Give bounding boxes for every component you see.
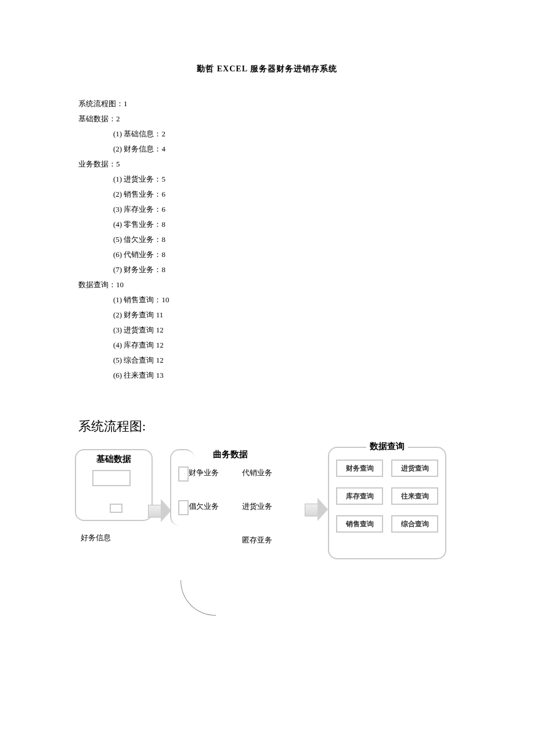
placeholder-box — [178, 500, 189, 515]
panel-data-query: 数据查询 财务查询 进货查询 库存查询 往来查询 销售查询 综合查询 — [328, 447, 446, 559]
toc-subitem: (4) 零售业务：8 — [113, 217, 456, 232]
toc-subitem: (1) 销售查询：10 — [113, 292, 456, 308]
diagram-label: 倡欠业务 — [189, 501, 219, 512]
arrow-icon — [148, 499, 171, 522]
query-button: 综合查询 — [391, 515, 438, 533]
toc-subitem: (5) 综合查询 12 — [113, 353, 456, 368]
toc-item: 系统流程图：1 — [78, 96, 456, 111]
panel-title: 曲务数据 — [213, 449, 248, 460]
document-page: 勤哲 EXCEL 服务器财务进销存系统 系统流程图：1 基础数据：2 (1) 基… — [0, 0, 534, 667]
curve-icon — [181, 580, 216, 616]
placeholder-box — [92, 470, 131, 486]
toc-subitem: (7) 财务业务：8 — [113, 262, 456, 277]
toc-item: 业务数据：5 — [78, 157, 456, 172]
toc-subitem: (2) 财务查询 11 — [113, 308, 456, 323]
toc-subitem: (5) 借欠业务：8 — [113, 232, 456, 247]
query-button: 往来查询 — [391, 487, 438, 505]
document-title: 勤哲 EXCEL 服务器财务进销存系统 — [78, 64, 456, 74]
placeholder-box — [178, 466, 189, 482]
diagram-label: 财争业务 — [189, 468, 219, 478]
diagram-label: 代销业务 — [242, 468, 272, 478]
diagram-label: 匿存亚务 — [242, 535, 272, 545]
toc-subitem: (3) 进货查询 12 — [113, 323, 456, 338]
table-of-contents: 系统流程图：1 基础数据：2 (1) 基础信息：2 (2) 财务信息：4 业务数… — [78, 96, 456, 383]
panel-basic-data: 基础数据 — [75, 449, 153, 521]
toc-subitem: (4) 库存查询 12 — [113, 338, 456, 353]
query-button-grid: 财务查询 进货查询 库存查询 往来查询 销售查询 综合查询 — [336, 460, 438, 533]
section-heading: 系统流程图: — [78, 418, 456, 435]
toc-subitem: (6) 代销业务：8 — [113, 247, 456, 262]
toc-subitem: (6) 往来查询 13 — [113, 368, 456, 383]
toc-subitem: (1) 基础信息：2 — [113, 126, 456, 142]
toc-subitem: (2) 财务信息：4 — [113, 142, 456, 157]
arrow-icon — [305, 498, 328, 521]
toc-item: 基础数据：2 — [78, 111, 456, 126]
flow-diagram: 基础数据 好务信息 曲务数据 财争业务 代销业务 倡欠业务 进货业务 匿存亚务 … — [78, 447, 456, 632]
query-button: 财务查询 — [336, 460, 383, 477]
diagram-label: 好务信息 — [81, 533, 111, 543]
toc-item: 数据查询：10 — [78, 277, 456, 292]
toc-subitem: (1) 进货业务：5 — [113, 172, 456, 187]
toc-subitem: (2) 销售业务：6 — [113, 187, 456, 202]
diagram-label: 进货业务 — [242, 501, 272, 512]
query-button: 进货查询 — [391, 460, 438, 477]
placeholder-box — [110, 504, 122, 513]
query-button: 销售查询 — [336, 515, 383, 533]
toc-subitem: (3) 库存业务：6 — [113, 202, 456, 217]
panel-title: 基础数据 — [93, 454, 135, 465]
panel-title: 数据查询 — [366, 441, 408, 452]
query-button: 库存查询 — [336, 487, 383, 505]
